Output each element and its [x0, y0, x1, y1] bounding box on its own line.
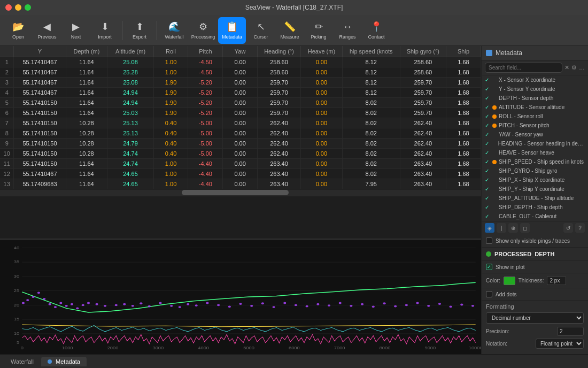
table-row[interactable]: 1255.1741046711.6424.651.00-4.400.00263.… [0, 169, 481, 179]
field-check-heave: ✓ [485, 150, 490, 156]
props-icon-help[interactable]: ? [575, 223, 585, 233]
search-input[interactable] [485, 63, 562, 73]
toolbar-btn-waterfall[interactable]: 🌊Waterfall [160, 17, 188, 44]
formatting-section: Formatting Decimal number Precision: Not… [482, 301, 588, 354]
svg-point-54 [228, 305, 231, 308]
table-row[interactable]: 155.1741046711.6425.081.00-4.500.00258.6… [0, 57, 481, 67]
toolbar-btn-cursor[interactable]: ↖Cursor [247, 17, 275, 44]
field-item-ship_depth[interactable]: ✓SHIP_DEPTH - Ship depth [482, 203, 588, 212]
table-row[interactable]: 255.1741046711.6425.281.00-4.500.00258.6… [0, 67, 481, 78]
table-cell: 0.00 [223, 169, 258, 179]
table-cell: 259.70 [258, 88, 301, 98]
field-item-depth[interactable]: ✓DEPTH - Sensor depth [482, 94, 588, 103]
field-item-x[interactable]: ✓X - Sensor X coordinate [482, 75, 588, 85]
field-item-ship_alt[interactable]: ✓SHIP_ALTITUDE - Ship altitude [482, 194, 588, 203]
toolbar-btn-export[interactable]: ⬆Export [126, 17, 153, 44]
field-item-ship_y[interactable]: ✓SHIP_Y - Ship Y coordinate [482, 185, 588, 194]
table-cell: 259.70 [258, 108, 301, 118]
decimal-number-select[interactable]: Decimal number [486, 312, 584, 324]
svg-point-46 [148, 305, 151, 308]
svg-point-66 [361, 303, 363, 305]
toolbar-btn-metadata[interactable]: 📋Metadata [218, 17, 246, 44]
table-cell: 55.17409683 [14, 179, 66, 189]
table-cell: 11.64 [66, 57, 107, 67]
table-cell: 24.65 [107, 179, 153, 189]
field-item-cable_out[interactable]: ✓CABLE_OUT - Cableout [482, 212, 588, 221]
close-button[interactable] [5, 4, 12, 11]
field-check-x: ✓ [485, 77, 490, 83]
toolbar-btn-open[interactable]: 📂Open [4, 17, 32, 44]
table-cell: -5.20 [188, 108, 223, 118]
toolbar-btn-next[interactable]: ▶Next [62, 17, 90, 44]
table-cell: 10.28 [66, 118, 107, 128]
table-row[interactable]: 455.1741046711.6424.941.90-5.200.00259.7… [0, 88, 481, 98]
field-item-ship_speed[interactable]: ✓SHIP_SPEED - Ship speed in knots [482, 157, 588, 166]
table-row[interactable]: 855.1741015010.2825.130.40-5.000.00262.4… [0, 128, 481, 139]
props-icon-refresh[interactable]: ↺ [563, 223, 573, 233]
svg-text:3000: 3000 [153, 346, 164, 350]
field-item-y[interactable]: ✓Y - Sensor Y coordinate [482, 85, 588, 94]
left-panel: YDepth (m)Altitude (m)RollPitchYawHeadin… [0, 46, 481, 354]
show-in-plot-label: Show in plot [496, 264, 524, 270]
field-item-ship_gyro[interactable]: ✓SHIP_GYRO - Ship gyro [482, 166, 588, 175]
toolbar-btn-contact[interactable]: 📍Contact [362, 17, 390, 44]
field-dot-empty [492, 96, 497, 101]
notation-select[interactable]: Floating point Fixed point Scientific [536, 339, 584, 349]
visible-pings-checkbox[interactable] [486, 237, 492, 244]
thickness-input[interactable] [547, 276, 566, 285]
toolbar-btn-ranges[interactable]: ↔Ranges [334, 17, 361, 44]
props-icon-1[interactable]: ◈ [485, 223, 494, 233]
svg-text:15: 15 [14, 317, 20, 321]
field-item-heave[interactable]: ✓HEAVE - Sensor heave [482, 148, 588, 157]
color-swatch[interactable] [504, 277, 515, 285]
field-item-ship_x[interactable]: ✓SHIP_X - Ship X coordinate [482, 175, 588, 185]
horizontal-scrollbar[interactable] [0, 190, 481, 196]
table-row[interactable]: 355.1741046711.6425.081.90-5.200.00259.7… [0, 78, 481, 88]
toolbar-btn-measure[interactable]: 📏Measure [276, 17, 304, 44]
table-cell: 1.68 [446, 67, 481, 78]
field-item-yaw[interactable]: ✓YAW - Sensor yaw [482, 130, 588, 139]
field-label-y: Y - Sensor Y coordinate [499, 86, 555, 92]
svg-text:25: 25 [14, 289, 20, 293]
add-dots-checkbox[interactable] [486, 291, 492, 297]
table-row[interactable]: 555.1741015011.6424.941.90-5.200.00259.7… [0, 98, 481, 108]
more-icon[interactable]: … [579, 64, 585, 71]
table-cell: 10 [0, 149, 14, 159]
toolbar-separator [122, 21, 122, 40]
table-row[interactable]: 1355.1740968311.6424.651.00-4.400.00263.… [0, 179, 481, 189]
titlebar: SeaView - Waterfall [C18_27.XTF] [0, 0, 588, 15]
toolbar-btn-import[interactable]: ⬇Import [91, 17, 119, 44]
maximize-button[interactable] [25, 4, 31, 11]
show-in-plot-checkbox[interactable]: ✓ [486, 264, 492, 270]
props-icon-4[interactable]: ◻ [520, 223, 530, 233]
field-item-pitch[interactable]: ✓PITCH - Sensor pitch [482, 121, 588, 130]
metadata-icon [486, 50, 492, 56]
filter-icon[interactable]: ⚙ [571, 64, 577, 71]
scroll-thumb[interactable] [182, 190, 289, 195]
table-row[interactable]: 755.1741015010.2825.130.40-5.000.00262.4… [0, 118, 481, 128]
toolbar-btn-previous[interactable]: ◀Previous [33, 17, 61, 44]
table-cell: 262.40 [258, 128, 301, 139]
table-cell: 2 [0, 67, 14, 78]
clear-search-icon[interactable]: ✕ [564, 64, 569, 71]
tab-metadata[interactable]: Metadata [41, 357, 87, 366]
props-icon-2[interactable]: | [497, 223, 506, 233]
tab-waterfall[interactable]: Waterfall [4, 357, 40, 366]
table-cell: -4.40 [188, 159, 223, 169]
field-label-roll: ROLL - Sensor roll [499, 113, 543, 119]
toolbar-btn-picking[interactable]: ✏Picking [305, 17, 332, 44]
precision-input[interactable] [557, 327, 584, 336]
table-cell: 0.00 [301, 88, 343, 98]
field-item-altitude[interactable]: ✓ALTITUDE - Sensor altitude [482, 103, 588, 112]
field-item-roll[interactable]: ✓ROLL - Sensor roll [482, 112, 588, 121]
table-row[interactable]: 1155.1741015011.6424.741.00-4.400.00263.… [0, 159, 481, 169]
table-row[interactable]: 655.1741015011.6425.031.90-5.200.00259.7… [0, 108, 481, 118]
toolbar-btn-processing[interactable]: ⚙Processing [189, 17, 217, 44]
table-cell: -4.50 [188, 57, 223, 67]
table-row[interactable]: 955.1741015010.2824.790.40-5.000.00262.4… [0, 139, 481, 149]
table-row[interactable]: 1055.1741015010.2824.740.40-5.000.00262.… [0, 149, 481, 159]
table-cell: 0.00 [301, 78, 343, 88]
props-icon-3[interactable]: ⊕ [508, 223, 518, 233]
minimize-button[interactable] [15, 4, 21, 11]
field-item-heading[interactable]: ✓HEADING - Sensor heading in degrees [482, 139, 588, 148]
